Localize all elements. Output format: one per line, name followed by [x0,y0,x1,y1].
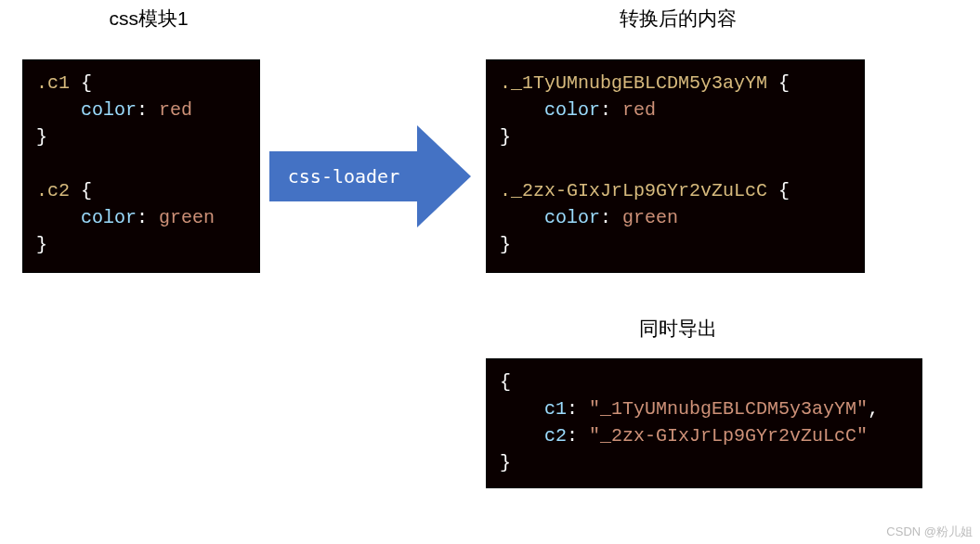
mapping-value: "_1TyUMnubgEBLCDM5y3ayYM" [589,398,868,420]
brace-open: { [70,180,92,201]
brace-close: } [500,126,511,148]
arrow-label: css-loader [288,165,399,188]
css-value: green [159,207,215,228]
mapping-value: "_2zx-GIxJrLp9GYr2vZuLcC" [589,425,868,447]
colon: : [600,99,622,121]
brace-open: { [500,371,511,393]
brace-open: { [767,180,790,201]
css-value: green [622,207,678,228]
colon: : [137,99,159,121]
source-css-codebox: .c1 { color: red } .c2 { color: green } [22,59,260,273]
css-property: color [544,207,600,228]
brace-close: } [500,452,511,473]
colon: : [567,398,589,420]
css-property: color [81,99,137,121]
colon: : [600,207,622,228]
arrow-head-icon [417,125,471,227]
colon: : [567,425,589,447]
comma: , [868,398,879,420]
selector-text: .c1 [36,72,70,94]
transformed-title: 转换后的内容 [595,6,762,32]
brace-open: { [70,72,92,94]
export-title: 同时导出 [613,316,743,342]
brace-close: } [36,234,47,255]
watermark-text: CSDN @粉儿姐 [886,524,973,540]
export-mapping-codebox: { c1: "_1TyUMnubgEBLCDM5y3ayYM", c2: "_2… [486,358,922,488]
mapping-key: c2 [544,425,567,447]
css-value: red [622,99,656,121]
brace-open: { [767,72,790,94]
transformed-css-codebox: ._1TyUMnubgEBLCDM5y3ayYM { color: red } … [486,59,865,273]
css-property: color [81,207,137,228]
arrow-shaft: css-loader [269,151,418,201]
css-value: red [159,99,192,121]
colon: : [137,207,159,228]
transform-arrow: css-loader [269,125,474,227]
source-title: css模块1 [93,6,204,32]
brace-close: } [36,126,47,148]
brace-close: } [500,234,511,255]
selector-text: ._1TyUMnubgEBLCDM5y3ayYM [500,72,767,94]
selector-text: ._2zx-GIxJrLp9GYr2vZuLcC [500,180,767,201]
css-property: color [544,99,600,121]
mapping-key: c1 [544,398,567,420]
selector-text: .c2 [36,180,70,201]
